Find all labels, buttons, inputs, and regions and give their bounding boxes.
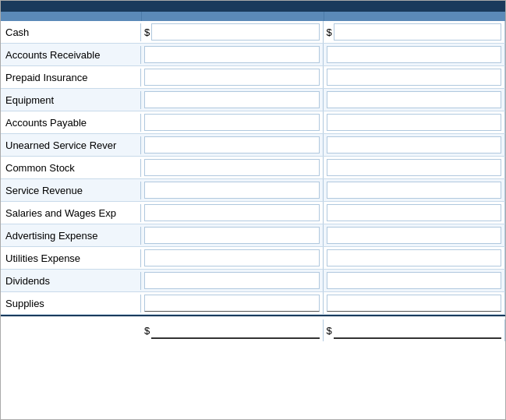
credit-cell — [324, 247, 506, 269]
table-row: Advertising Expense — [1, 224, 505, 247]
row-label: Unearned Service Rever — [1, 136, 141, 154]
credit-cell — [324, 134, 506, 156]
footer-debit-input[interactable] — [151, 322, 319, 339]
table-row: Dividends — [1, 270, 505, 292]
debit-input[interactable] — [144, 114, 320, 131]
row-label: Cash — [1, 23, 141, 41]
table-row: Unearned Service Rever — [1, 134, 505, 157]
table-row: Common Stock — [1, 157, 505, 179]
credit-cell — [324, 157, 506, 178]
debit-input[interactable] — [144, 159, 320, 176]
debit-cell — [141, 224, 324, 246]
credit-cell — [324, 270, 506, 291]
table-row: Accounts Receivable — [1, 44, 505, 66]
title-bar — [1, 1, 505, 12]
debit-cell: $ — [141, 21, 324, 43]
table-row: Service Revenue — [1, 179, 505, 202]
credit-cell — [324, 292, 506, 314]
debit-input[interactable] — [144, 272, 320, 289]
table-row: Equipment — [1, 89, 505, 111]
row-label: Accounts Receivable — [1, 46, 141, 64]
credit-cell — [324, 202, 506, 224]
row-label: Dividends — [1, 272, 141, 290]
credit-input[interactable] — [334, 23, 501, 41]
debit-column-header — [141, 12, 324, 21]
footer-debit-dollar: $ — [144, 325, 150, 337]
row-label: Service Revenue — [1, 182, 141, 199]
credit-input[interactable] — [327, 272, 502, 289]
debit-input[interactable] — [144, 204, 320, 221]
debit-cell — [141, 179, 324, 201]
debit-input[interactable] — [144, 249, 320, 266]
credit-cell — [324, 89, 506, 111]
table-row: Salaries and Wages Exp — [1, 202, 505, 224]
row-label: Equipment — [1, 91, 141, 109]
debit-cell — [141, 89, 324, 111]
credit-input[interactable] — [327, 46, 502, 63]
table-row: Accounts Payable — [1, 111, 505, 134]
debit-cell — [141, 44, 324, 65]
table-row: Prepaid Insurance — [1, 66, 505, 89]
credit-input[interactable] — [327, 69, 502, 86]
debit-input[interactable] — [144, 46, 320, 63]
debit-input[interactable] — [144, 182, 320, 199]
credit-dollar-sign: $ — [327, 26, 332, 38]
debit-cell — [141, 66, 324, 88]
credit-column-header — [324, 12, 506, 21]
column-header-row — [1, 12, 505, 21]
debit-input[interactable] — [144, 69, 320, 86]
debit-input[interactable] — [144, 295, 320, 312]
debit-cell — [141, 292, 324, 314]
table-row: Supplies — [1, 292, 505, 315]
debit-cell — [141, 157, 324, 178]
table-row: Cash $ $ — [1, 21, 505, 44]
row-label: Utilities Expense — [1, 249, 141, 267]
credit-input[interactable] — [327, 182, 502, 199]
debit-cell — [141, 111, 324, 133]
data-table: Cash $ $ Accounts Receivable — [1, 21, 505, 315]
debit-cell — [141, 247, 324, 269]
row-label: Advertising Expense — [1, 227, 141, 245]
credit-cell — [324, 224, 506, 246]
credit-input[interactable] — [327, 227, 502, 244]
footer-credit-dollar: $ — [327, 325, 332, 337]
credit-input[interactable] — [327, 249, 502, 266]
row-label: Prepaid Insurance — [1, 69, 141, 86]
credit-input[interactable] — [327, 114, 502, 131]
credit-input[interactable] — [327, 204, 502, 221]
footer-credit-input[interactable] — [334, 322, 501, 339]
credit-input[interactable] — [327, 136, 502, 154]
credit-cell — [324, 44, 506, 65]
row-label: Supplies — [1, 295, 141, 312]
credit-input[interactable] — [327, 295, 502, 312]
footer-credit-cell: $ — [324, 319, 506, 341]
credit-cell — [324, 66, 506, 88]
row-label: Salaries and Wages Exp — [1, 204, 141, 222]
credit-cell: $ — [324, 21, 506, 43]
debit-cell — [141, 202, 324, 224]
debit-dollar-sign: $ — [144, 26, 150, 38]
debit-input[interactable] — [151, 23, 319, 41]
debit-cell — [141, 134, 324, 156]
credit-cell — [324, 179, 506, 201]
table-row: Utilities Expense — [1, 247, 505, 270]
debit-cell — [141, 270, 324, 291]
row-label: Common Stock — [1, 159, 141, 177]
row-label: Accounts Payable — [1, 114, 141, 132]
header-label-spacer — [1, 12, 141, 21]
credit-input[interactable] — [327, 159, 502, 176]
debit-input[interactable] — [144, 136, 320, 154]
credit-cell — [324, 111, 506, 133]
app-window: Cash $ $ Accounts Receivable — [0, 0, 506, 420]
debit-input[interactable] — [144, 91, 320, 108]
footer-debit-cell: $ — [141, 319, 324, 341]
credit-input[interactable] — [327, 91, 502, 108]
debit-input[interactable] — [144, 227, 320, 244]
footer-row: $ $ — [1, 315, 505, 344]
